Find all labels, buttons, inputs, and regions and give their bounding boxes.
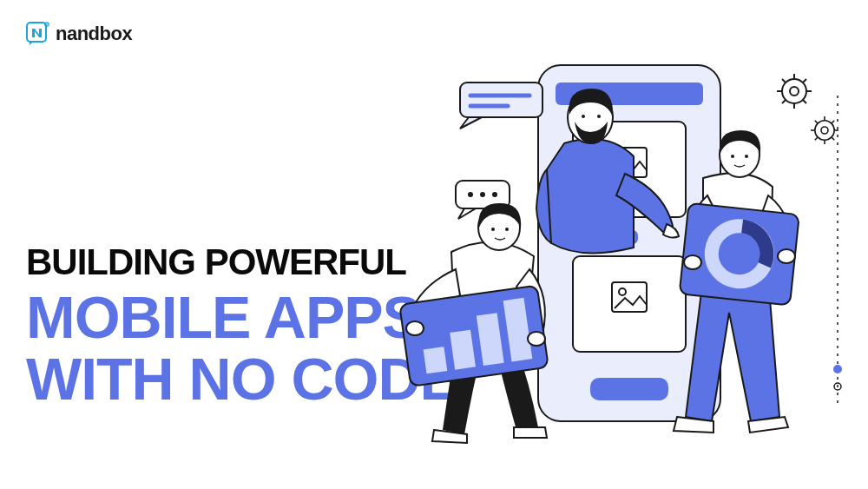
svg-point-46 (745, 155, 748, 158)
hero-illustration (321, 35, 859, 469)
svg-rect-22 (573, 256, 686, 352)
svg-point-28 (468, 192, 473, 197)
svg-point-32 (582, 115, 585, 118)
svg-point-35 (491, 228, 495, 231)
svg-point-42 (406, 321, 424, 335)
brand-logo: R nandbox (26, 22, 132, 46)
svg-point-30 (492, 192, 497, 197)
svg-point-36 (505, 228, 509, 231)
svg-rect-24 (460, 83, 542, 117)
svg-point-49 (684, 255, 701, 269)
svg-point-50 (778, 249, 795, 263)
svg-point-43 (528, 332, 545, 346)
logo-icon: R (26, 22, 50, 46)
svg-point-29 (480, 192, 485, 197)
svg-rect-23 (590, 378, 668, 400)
svg-point-16 (833, 365, 842, 373)
svg-point-33 (597, 115, 601, 118)
person-left (399, 203, 549, 443)
brand-name: nandbox (56, 23, 132, 45)
gear-icon (811, 116, 838, 144)
svg-point-45 (731, 155, 734, 158)
chat-bubble-icon (460, 83, 542, 129)
svg-rect-38 (424, 347, 448, 373)
gear-icon (777, 74, 812, 109)
